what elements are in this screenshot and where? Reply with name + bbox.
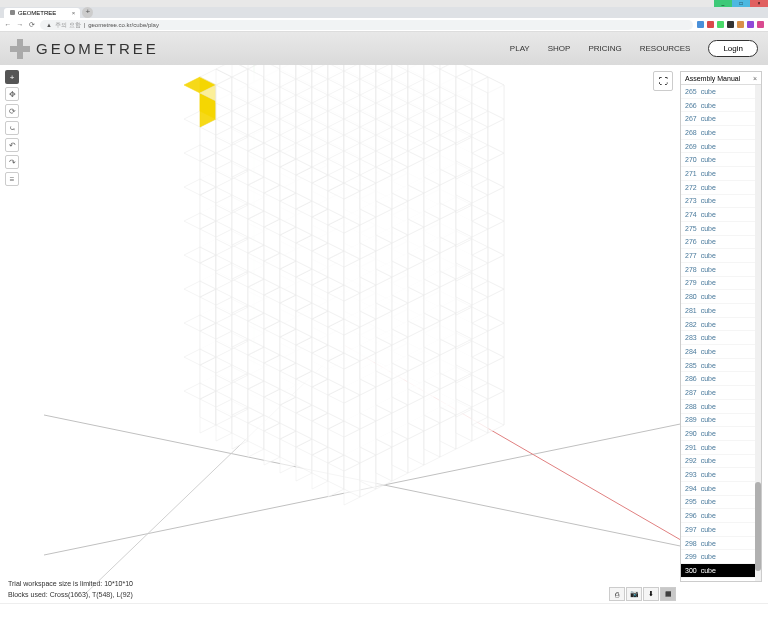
fullscreen-button[interactable]: ⛶ xyxy=(653,71,673,91)
window-close-button[interactable]: × xyxy=(750,0,768,7)
move-button[interactable]: ✥ xyxy=(5,87,19,101)
nav-play[interactable]: PLAY xyxy=(510,44,530,53)
manual-row[interactable]: 300cube xyxy=(681,564,761,578)
manual-row[interactable]: 286cube xyxy=(681,372,761,386)
scrollbar-thumb[interactable] xyxy=(755,482,761,571)
workspace: + ✥ ⟳ ⤿ ↶ ↷ ≡ ⛶ Assembly Manual × 265cub… xyxy=(0,65,768,627)
new-tab-button[interactable]: + xyxy=(82,7,93,18)
manual-row[interactable]: 265cube xyxy=(681,85,761,99)
panel-close-icon[interactable]: × xyxy=(753,75,757,82)
bottom-bar xyxy=(0,603,768,627)
manual-row[interactable]: 298cube xyxy=(681,537,761,551)
extension-icon[interactable] xyxy=(747,21,754,28)
window-minimize-button[interactable]: _ xyxy=(714,0,732,7)
manual-row[interactable]: 276cube xyxy=(681,236,761,250)
manual-row[interactable]: 282cube xyxy=(681,318,761,332)
redo-button[interactable]: ↷ xyxy=(5,155,19,169)
nav-shop[interactable]: SHOP xyxy=(548,44,571,53)
manual-row[interactable]: 266cube xyxy=(681,99,761,113)
manual-row[interactable]: 278cube xyxy=(681,263,761,277)
scrollbar-track[interactable] xyxy=(755,85,761,581)
manual-row[interactable]: 294cube xyxy=(681,482,761,496)
manual-row[interactable]: 271cube xyxy=(681,167,761,181)
back-icon[interactable]: ← xyxy=(4,21,12,29)
login-button[interactable]: Login xyxy=(708,40,758,57)
extension-icon[interactable] xyxy=(717,21,724,28)
manual-row[interactable]: 291cube xyxy=(681,441,761,455)
reload-icon[interactable]: ⟳ xyxy=(28,21,36,29)
manual-row[interactable]: 273cube xyxy=(681,195,761,209)
manual-row-num: 288 xyxy=(685,403,697,410)
forward-icon[interactable]: → xyxy=(16,21,24,29)
undo-button[interactable]: ↶ xyxy=(5,138,19,152)
manual-row[interactable]: 279cube xyxy=(681,277,761,291)
manual-row[interactable]: 267cube xyxy=(681,112,761,126)
manual-row-type: cube xyxy=(701,143,716,150)
extension-icon[interactable] xyxy=(727,21,734,28)
manual-row[interactable]: 289cube xyxy=(681,414,761,428)
manual-row[interactable]: 284cube xyxy=(681,345,761,359)
manual-row-num: 280 xyxy=(685,293,697,300)
print-button[interactable]: ⎙ xyxy=(609,587,625,601)
manual-row-type: cube xyxy=(701,498,716,505)
manual-row-type: cube xyxy=(701,307,716,314)
manual-row[interactable]: 290cube xyxy=(681,427,761,441)
add-button[interactable]: + xyxy=(5,70,19,84)
manual-row[interactable]: 285cube xyxy=(681,359,761,373)
manual-row[interactable]: 280cube xyxy=(681,290,761,304)
camera-button[interactable]: 📷 xyxy=(626,587,642,601)
manual-row[interactable]: 299cube xyxy=(681,550,761,564)
manual-row[interactable]: 272cube xyxy=(681,181,761,195)
manual-row[interactable]: 277cube xyxy=(681,249,761,263)
list-button[interactable]: ≡ xyxy=(5,172,19,186)
window-maximize-button[interactable]: □ xyxy=(732,0,750,7)
extension-icon[interactable] xyxy=(757,21,764,28)
manual-row[interactable]: 293cube xyxy=(681,468,761,482)
extension-icon[interactable] xyxy=(697,21,704,28)
manual-row[interactable]: 270cube xyxy=(681,153,761,167)
manual-row-type: cube xyxy=(701,197,716,204)
manual-row[interactable]: 274cube xyxy=(681,208,761,222)
panel-list[interactable]: 265cube266cube267cube268cube269cube270cu… xyxy=(681,85,761,581)
manual-row-num: 299 xyxy=(685,553,697,560)
manual-row-type: cube xyxy=(701,266,716,273)
extension-icon[interactable] xyxy=(707,21,714,28)
manual-row-num: 284 xyxy=(685,348,697,355)
rotate-button[interactable]: ⟳ xyxy=(5,104,19,118)
manual-row-num: 300 xyxy=(685,567,697,574)
orbit-button[interactable]: ⤿ xyxy=(5,121,19,135)
manual-row-type: cube xyxy=(701,362,716,369)
status-text: Trial workspace size is limited: 10*10*1… xyxy=(8,578,133,600)
grid-button[interactable]: ▦ xyxy=(660,587,676,601)
manual-row-type: cube xyxy=(701,156,716,163)
manual-row[interactable]: 287cube xyxy=(681,386,761,400)
manual-row[interactable]: 268cube xyxy=(681,126,761,140)
browser-tab[interactable]: GEOMETREE × xyxy=(4,8,80,18)
manual-row-num: 292 xyxy=(685,457,697,464)
manual-row[interactable]: 283cube xyxy=(681,331,761,345)
manual-row[interactable]: 292cube xyxy=(681,455,761,469)
extension-icon[interactable] xyxy=(737,21,744,28)
manual-row[interactable]: 295cube xyxy=(681,496,761,510)
download-button[interactable]: ⬇ xyxy=(643,587,659,601)
nav-pricing[interactable]: PRICING xyxy=(588,44,621,53)
manual-row-num: 265 xyxy=(685,88,697,95)
manual-row-type: cube xyxy=(701,252,716,259)
manual-row[interactable]: 269cube xyxy=(681,140,761,154)
manual-row[interactable]: 296cube xyxy=(681,509,761,523)
viewport-3d[interactable] xyxy=(0,65,768,627)
bottom-toolbar: ⎙ 📷 ⬇ ▦ xyxy=(609,587,676,601)
manual-row-num: 293 xyxy=(685,471,697,478)
manual-row[interactable]: 288cube xyxy=(681,400,761,414)
manual-row-num: 276 xyxy=(685,238,697,245)
manual-row[interactable]: 297cube xyxy=(681,523,761,537)
url-input[interactable]: ▲ 주의 요함 | geometree.co.kr/cube/play xyxy=(40,20,693,30)
tab-close-icon[interactable]: × xyxy=(72,8,76,18)
manual-row[interactable]: 281cube xyxy=(681,304,761,318)
nav-resources[interactable]: RESOURCES xyxy=(640,44,691,53)
manual-row-type: cube xyxy=(701,225,716,232)
manual-row-num: 266 xyxy=(685,102,697,109)
manual-row-type: cube xyxy=(701,279,716,286)
manual-row[interactable]: 275cube xyxy=(681,222,761,236)
manual-row-type: cube xyxy=(701,471,716,478)
